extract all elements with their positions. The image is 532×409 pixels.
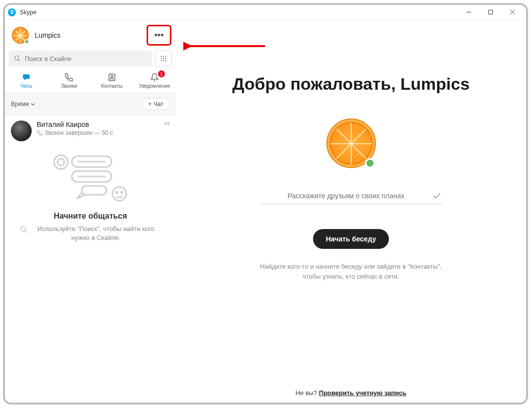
svg-point-7: [163, 56, 164, 57]
svg-point-17: [110, 75, 113, 78]
svg-point-6: [161, 56, 162, 57]
dialpad-icon: [160, 55, 167, 62]
status-indicator: [24, 39, 29, 44]
svg-point-9: [161, 58, 162, 59]
empty-title: Начните общаться: [53, 212, 127, 221]
minimize-button[interactable]: [458, 5, 479, 20]
mood-message-input[interactable]: [261, 192, 432, 200]
search-icon: [20, 226, 28, 234]
not-you-label: Не вы?: [295, 389, 317, 397]
profile-name[interactable]: Lumpics: [35, 31, 60, 39]
tab-chats[interactable]: Чаты: [5, 69, 48, 93]
svg-point-13: [163, 60, 164, 61]
svg-rect-15: [23, 74, 30, 79]
titlebar: S Skype: [5, 5, 526, 20]
sidebar: Lumpics •••: [5, 20, 176, 403]
search-input-container[interactable]: [9, 51, 152, 66]
profile-avatar[interactable]: [12, 27, 29, 44]
tab-label: Контакты: [101, 83, 122, 89]
empty-state: Начните общаться Используйте "Поиск", чт…: [5, 146, 176, 252]
svg-point-10: [163, 58, 164, 59]
profile-avatar-large[interactable]: [326, 118, 376, 168]
search-icon: [14, 55, 21, 62]
tab-label: Звонки: [61, 83, 77, 89]
contact-name: Виталий Каиров: [37, 120, 160, 128]
svg-point-14: [165, 60, 166, 61]
main-panel: Добро пожаловать, Lumpics Нача: [176, 20, 526, 403]
svg-point-18: [54, 155, 68, 169]
chevron-down-icon: [31, 102, 35, 107]
plus-icon: +: [148, 101, 152, 108]
chat-list-item[interactable]: Виталий Каиров Звонок завершен — 50 с пт: [5, 116, 176, 146]
ellipsis-icon: •••: [155, 30, 164, 41]
tab-label: Чаты: [20, 83, 32, 89]
svg-point-19: [57, 159, 64, 166]
account-verify-row: Не вы? Проверить учетную запись: [176, 389, 526, 397]
call-ended-icon: [37, 130, 43, 136]
welcome-heading: Добро пожаловать, Lumpics: [232, 74, 470, 94]
notification-badge: 1: [158, 70, 165, 77]
svg-line-29: [25, 231, 27, 233]
search-input[interactable]: [25, 55, 147, 62]
new-chat-button[interactable]: + Чат: [142, 98, 170, 110]
svg-rect-24: [82, 186, 106, 195]
status-indicator: [365, 158, 375, 168]
check-icon[interactable]: [432, 191, 442, 201]
tab-label: Уведомления: [139, 83, 170, 89]
svg-point-27: [121, 192, 122, 193]
chat-timestamp: пт: [164, 120, 170, 126]
dialpad-button[interactable]: [155, 51, 172, 66]
tab-notifications[interactable]: 1 Уведомления: [133, 69, 176, 93]
svg-point-4: [15, 56, 19, 60]
contacts-icon: [107, 72, 116, 82]
tab-calls[interactable]: Звонки: [48, 69, 90, 93]
help-text: Найдите кого-то и начните беседу или зай…: [257, 262, 445, 281]
chat-icon: [21, 72, 31, 82]
svg-rect-1: [488, 10, 492, 14]
svg-point-26: [116, 192, 117, 193]
svg-point-12: [161, 60, 162, 61]
phone-icon: [64, 72, 73, 82]
svg-point-25: [112, 187, 126, 201]
chat-subtitle: Звонок завершен — 50 с: [37, 129, 160, 136]
window-title: Skype: [20, 9, 36, 16]
contact-avatar: [11, 120, 32, 141]
svg-point-28: [21, 227, 25, 231]
skype-logo-icon: S: [8, 8, 16, 16]
tab-contacts[interactable]: Контакты: [91, 69, 133, 93]
verify-account-link[interactable]: Проверить учетную запись: [319, 389, 407, 397]
close-button[interactable]: [501, 5, 523, 20]
sort-dropdown[interactable]: Время: [11, 101, 35, 108]
svg-point-11: [165, 58, 166, 59]
empty-illustration-icon: [51, 151, 130, 206]
svg-point-8: [165, 56, 166, 57]
start-conversation-button[interactable]: Начать беседу: [313, 229, 389, 249]
svg-line-5: [18, 59, 20, 61]
maximize-button[interactable]: [479, 5, 501, 20]
empty-subtitle: Используйте "Поиск", чтобы найти кого ну…: [31, 225, 161, 242]
more-menu-button[interactable]: •••: [149, 27, 169, 44]
